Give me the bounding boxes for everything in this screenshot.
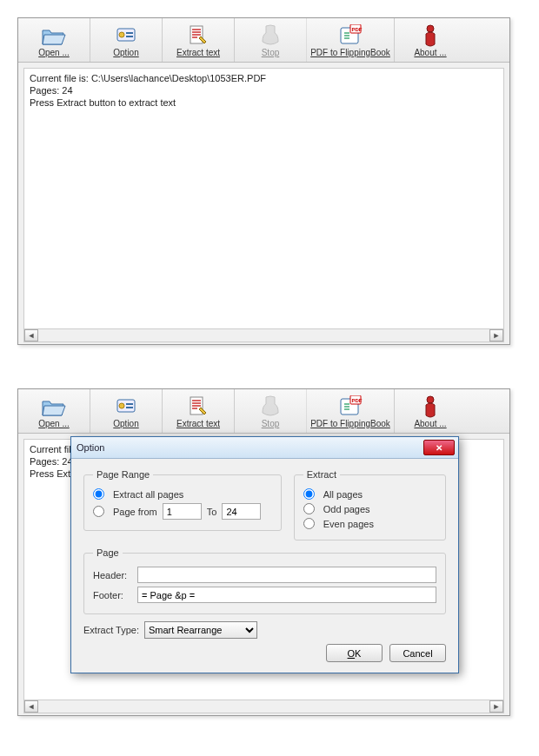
header-label: Header: <box>93 570 132 580</box>
toolbar: Open ... Option Extract text Stop PDF PD… <box>18 389 509 434</box>
footer-input[interactable] <box>137 587 436 603</box>
open-button[interactable]: Open ... <box>18 18 90 62</box>
svg-point-1 <box>119 32 124 37</box>
extract-group: Extract All pages Odd pages Even pages <box>294 469 446 540</box>
dialog-title-text: Option <box>77 442 104 453</box>
pdf2fb-button[interactable]: PDF PDF to FlippingBook <box>307 18 395 62</box>
open-label: Open ... <box>38 48 70 57</box>
header-input[interactable] <box>137 567 436 583</box>
extract-type-select[interactable]: Smart Rearrange <box>144 621 257 639</box>
stop-label: Stop <box>262 419 280 428</box>
close-icon: ✕ <box>436 443 443 453</box>
scroll-right-icon[interactable]: ► <box>489 700 503 713</box>
page-from-label: Page from <box>113 507 157 517</box>
page-to-input[interactable] <box>222 503 261 520</box>
dialog-titlebar[interactable]: Option ✕ <box>71 437 458 459</box>
extract-button[interactable]: Extract text <box>163 389 235 433</box>
stop-button[interactable]: Stop <box>235 18 307 62</box>
extract-icon <box>187 23 210 48</box>
log-line: Current file is: C:\Users\lachance\Deskt… <box>30 72 498 84</box>
page-from-input[interactable] <box>163 503 202 520</box>
folder-icon <box>41 23 67 48</box>
horizontal-scrollbar[interactable]: ◄ ► <box>23 700 504 713</box>
odd-pages-radio[interactable] <box>303 503 315 514</box>
page-range-legend: Page Range <box>93 469 153 480</box>
option-label: Option <box>113 419 138 428</box>
open-label: Open ... <box>38 419 70 428</box>
option-button[interactable]: Option <box>90 18 163 62</box>
option-button[interactable]: Option <box>90 389 163 433</box>
stop-label: Stop <box>262 48 280 57</box>
cancel-button[interactable]: Cancel <box>389 644 446 662</box>
even-pages-label: Even pages <box>323 519 374 529</box>
toolbar: Open ... Option Extract text Stop PDF PD… <box>18 18 509 63</box>
svg-point-10 <box>119 403 124 408</box>
about-icon <box>422 395 439 419</box>
page-group: Page Header: Footer: <box>83 547 446 614</box>
odd-pages-label: Odd pages <box>323 504 370 514</box>
open-button[interactable]: Open ... <box>18 389 90 433</box>
extract-icon <box>187 395 210 419</box>
page-range-group: Page Range Extract all pages Page from T… <box>83 469 282 531</box>
extract-label: Extract text <box>176 48 220 57</box>
footer-label: Footer: <box>93 590 132 600</box>
all-pages-radio[interactable] <box>303 488 315 500</box>
svg-rect-3 <box>126 36 133 37</box>
about-icon <box>422 23 439 48</box>
svg-text:PDF: PDF <box>352 27 363 32</box>
page-from-radio[interactable] <box>93 506 104 517</box>
about-button[interactable]: About ... <box>395 18 466 62</box>
about-label: About ... <box>414 48 446 57</box>
to-label: To <box>207 507 217 517</box>
pdf-book-icon: PDF <box>338 395 363 419</box>
extract-legend: Extract <box>303 469 340 480</box>
svg-point-17 <box>427 396 434 403</box>
extract-button[interactable]: Extract text <box>163 18 235 62</box>
option-label: Option <box>113 48 138 57</box>
svg-text:PDF: PDF <box>352 398 363 403</box>
all-pages-label: All pages <box>323 489 363 500</box>
pdf2fb-label: PDF to FlippingBook <box>310 419 390 428</box>
extract-label: Extract text <box>176 419 220 428</box>
svg-rect-11 <box>126 403 133 405</box>
about-button[interactable]: About ... <box>395 389 466 433</box>
option-icon <box>113 395 139 419</box>
about-label: About ... <box>414 419 446 428</box>
pdf-book-icon: PDF <box>338 23 363 48</box>
close-button[interactable]: ✕ <box>423 440 455 455</box>
dialog-body: Page Range Extract all pages Page from T… <box>71 459 458 673</box>
extract-all-label: Extract all pages <box>113 489 183 500</box>
app-window: Open ... Option Extract text Stop PDF PD… <box>17 17 510 345</box>
pdf2fb-label: PDF to FlippingBook <box>310 48 390 57</box>
scroll-left-icon[interactable]: ◄ <box>24 700 38 713</box>
folder-icon <box>41 395 67 419</box>
svg-rect-12 <box>126 407 133 408</box>
scroll-left-icon[interactable]: ◄ <box>24 329 38 342</box>
stop-button[interactable]: Stop <box>235 389 307 433</box>
svg-rect-2 <box>126 32 133 34</box>
even-pages-radio[interactable] <box>303 518 315 529</box>
log-area: Current file is: C:\Users\lachance\Deskt… <box>23 68 504 337</box>
pdf2fb-button[interactable]: PDF PDF to FlippingBook <box>307 389 395 433</box>
svg-point-8 <box>427 25 434 32</box>
ok-button[interactable]: OK <box>326 644 383 662</box>
option-dialog: Option ✕ Page Range Extract all pages <box>70 436 459 673</box>
stop-icon <box>261 395 280 419</box>
extract-all-radio[interactable] <box>93 488 104 500</box>
extract-type-label: Extract Type: <box>83 625 139 635</box>
stop-icon <box>261 23 280 48</box>
horizontal-scrollbar[interactable]: ◄ ► <box>23 328 504 342</box>
log-line: Press Extract button to extract text <box>30 96 498 109</box>
page-legend: Page <box>93 547 123 558</box>
app-window: Open ... Option Extract text Stop PDF PD… <box>17 388 510 716</box>
log-line: Pages: 24 <box>30 84 498 96</box>
option-icon <box>113 23 139 48</box>
scroll-right-icon[interactable]: ► <box>489 329 503 342</box>
